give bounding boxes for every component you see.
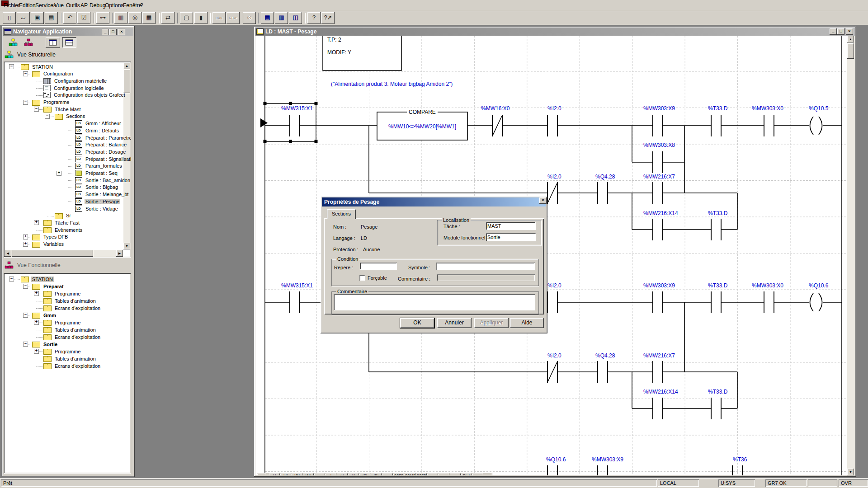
- ld-close-button[interactable]: ×: [846, 28, 853, 35]
- functional-item-gmm[interactable]: −Gmm: [4, 312, 131, 319]
- corner-link-button[interactable]: ∟: [472, 474, 483, 475]
- coil-negated-button[interactable]: (/)F9: [348, 474, 359, 475]
- tree-expander[interactable]: +: [23, 242, 28, 247]
- functional-item-ecrans-d-exploitation[interactable]: Ecrans d'exploitation: [4, 362, 131, 369]
- functional-item-pr-parat[interactable]: −Préparat: [4, 283, 131, 290]
- aide-button[interactable]: Aide: [510, 318, 544, 328]
- contact-nc-button[interactable]: ┤/├F3: [280, 474, 291, 475]
- tree-expander[interactable]: +: [34, 320, 39, 325]
- structural-item-configuration-logicielle[interactable]: Configuration logicielle: [4, 84, 131, 91]
- structural-item-sortie-pesage[interactable]: LDSortie : Pesage: [4, 198, 131, 205]
- structural-item-pr-parat-balance[interactable]: LDPréparat : Balance: [4, 141, 131, 148]
- tree-expander[interactable]: +: [57, 171, 61, 176]
- structural-item-sortie-melange-bt[interactable]: LDSortie : Melange_bt: [4, 191, 131, 198]
- commentaire-textarea[interactable]: [334, 294, 535, 310]
- contact-no[interactable]: [547, 115, 557, 136]
- plc-connect-button[interactable]: ▥: [114, 12, 127, 24]
- tree-expander[interactable]: −: [23, 313, 28, 318]
- monitor-button[interactable]: ▢: [180, 12, 193, 24]
- save-button[interactable]: ▣: [31, 12, 44, 24]
- contact-nc[interactable]: [492, 115, 502, 136]
- tree-expander[interactable]: −: [45, 114, 50, 119]
- contact-nc[interactable]: [547, 182, 557, 204]
- plc-transfer-button[interactable]: ▦: [142, 12, 156, 24]
- contact-no[interactable]: [653, 398, 663, 419]
- coil-button[interactable]: ( )F8: [337, 474, 348, 475]
- menu-options[interactable]: Options: [105, 2, 123, 9]
- tree-expander[interactable]: −: [23, 71, 28, 76]
- tree-expander[interactable]: +: [23, 235, 28, 239]
- selection-handle[interactable]: [315, 102, 318, 105]
- structural-item-configuration[interactable]: −Configuration: [4, 70, 131, 77]
- breakpoint-button[interactable]: ⊘: [243, 12, 256, 24]
- run-button[interactable]: RUN: [212, 12, 226, 24]
- compare-block-button[interactable]: COMP+F3: [405, 474, 415, 475]
- selection-handle[interactable]: [264, 102, 267, 105]
- tree-expander[interactable]: −: [23, 342, 28, 347]
- selection-handle[interactable]: [289, 140, 292, 143]
- tree-expander[interactable]: +: [34, 349, 39, 354]
- structural-item-configuration-des-objets-grafcet[interactable]: Configuration des objets Grafcet: [4, 92, 131, 99]
- contact-no[interactable]: [711, 115, 721, 136]
- functional-item-tables-d-animation[interactable]: Tables d'animation: [4, 297, 131, 304]
- contact-rising-button[interactable]: ┤P├F4: [292, 474, 302, 475]
- special-function-button[interactable]: F(..)+F8: [461, 474, 472, 475]
- forcable-checkbox[interactable]: [359, 275, 365, 281]
- structural-item-sr[interactable]: Sr: [4, 212, 131, 219]
- structural-item-variables[interactable]: +Variables: [4, 241, 131, 248]
- rung-comment[interactable]: ("Alimentation produit 3: Moteur bigbag …: [331, 81, 453, 87]
- ok-button[interactable]: OK: [400, 318, 434, 328]
- navigator-maximize-button[interactable]: □: [109, 29, 117, 35]
- menu-edition[interactable]: Edition: [19, 2, 36, 9]
- tree-expander[interactable]: +: [34, 220, 39, 225]
- station-transfer-button[interactable]: ⇄: [161, 12, 175, 24]
- functional-view-button[interactable]: [21, 37, 36, 48]
- contact-no[interactable]: [653, 219, 663, 240]
- contact-nc[interactable]: [547, 361, 557, 383]
- structural-item-gmm-d-fauts[interactable]: LDGmm : Défauts: [4, 127, 131, 134]
- structural-item-sortie-bac-amidon[interactable]: LDSortie : Bac_amidon: [4, 177, 131, 183]
- tree-expander[interactable]: +: [34, 291, 39, 296]
- coil-set-button[interactable]: (S)F10: [359, 474, 370, 475]
- selection-handle[interactable]: [264, 140, 267, 143]
- navigator-minimize-button[interactable]: _: [102, 29, 109, 35]
- navigator-titlebar[interactable]: Navigateur Application _ □ ×: [3, 28, 133, 36]
- open-button[interactable]: ▱: [17, 12, 30, 24]
- tool-select-button[interactable]: ⊶: [96, 12, 109, 24]
- contact-no[interactable]: [653, 291, 663, 313]
- structural-view-button[interactable]: [6, 37, 20, 48]
- print-button[interactable]: ▤: [45, 12, 58, 24]
- contact-no[interactable]: [598, 361, 608, 383]
- contact-no[interactable]: [653, 361, 663, 383]
- dialog-close-button[interactable]: ×: [539, 197, 547, 204]
- context-help-button[interactable]: ?➚: [321, 12, 335, 24]
- operate-block-2-button[interactable]: OPER+F4: [416, 474, 427, 475]
- menu-vue[interactable]: Vue: [54, 2, 64, 9]
- tree-expander[interactable]: −: [9, 64, 14, 69]
- tree-expander[interactable]: −: [23, 284, 28, 289]
- ld-vscrollbar[interactable]: ▲▼: [847, 36, 855, 475]
- structural-tree-hscrollbar[interactable]: ◀▶: [5, 250, 123, 257]
- menu-ap[interactable]: AP: [80, 2, 88, 9]
- structural-item-programme[interactable]: −Programme: [4, 99, 131, 106]
- contact-no[interactable]: [653, 182, 663, 204]
- tree-expander[interactable]: −: [23, 100, 28, 105]
- scroll-thumb[interactable]: [12, 250, 93, 257]
- menu-debug[interactable]: Debug: [90, 2, 105, 9]
- new-button[interactable]: ▯: [3, 12, 16, 24]
- contact-no[interactable]: [290, 115, 300, 136]
- memory-card-button[interactable]: ▮: [194, 12, 208, 24]
- contact-no[interactable]: [653, 115, 663, 136]
- annuler-button[interactable]: Annuler: [437, 318, 472, 328]
- structural-item-types-dfb[interactable]: +Types DFB: [4, 234, 131, 240]
- v-link-button[interactable]: │F7: [326, 474, 336, 475]
- timer-block-button[interactable]: ▭+F5: [427, 474, 438, 475]
- tree-expander[interactable]: −: [9, 277, 14, 282]
- contact-no[interactable]: [711, 291, 721, 313]
- module-field[interactable]: [486, 233, 536, 241]
- stacked-view-button[interactable]: [62, 37, 76, 48]
- menu-fichier[interactable]: Fichier: [4, 2, 20, 9]
- scroll-up-button[interactable]: ↑: [257, 474, 266, 475]
- structural-item-t-che-mast[interactable]: −Tâche Mast: [4, 106, 131, 113]
- contact-no[interactable]: [653, 151, 663, 173]
